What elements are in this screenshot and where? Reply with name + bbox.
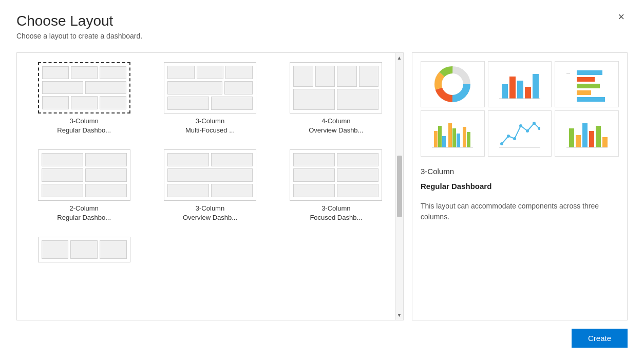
scroll-up-button[interactable]: ▲ <box>395 53 404 63</box>
thumb-cell <box>167 153 209 166</box>
scrollbar[interactable]: ▲ ▼ <box>395 53 403 320</box>
thumb-cell <box>42 153 83 166</box>
preview-chart-grouped-bar <box>421 110 485 157</box>
preview-chart-donut <box>421 61 485 107</box>
svg-point-28 <box>507 135 510 138</box>
thumb-cell <box>42 96 69 109</box>
svg-rect-21 <box>448 123 452 147</box>
preview-chart-hbar: — <box>555 61 619 107</box>
thumb-cell <box>167 184 209 197</box>
thumb-cell <box>42 168 83 182</box>
svg-rect-19 <box>438 126 442 147</box>
thumb-cell <box>293 89 335 110</box>
create-button[interactable]: Create <box>572 329 628 348</box>
thumb-cell <box>315 66 335 87</box>
thumb-cell <box>42 81 83 94</box>
layout-thumb-2col-regular <box>38 149 130 201</box>
thumb-cell <box>71 66 98 79</box>
thumb-cell <box>42 184 83 197</box>
svg-rect-13 <box>577 77 595 82</box>
header-text: Choose Layout Choose a layout to create … <box>16 12 142 40</box>
thumb-cell <box>293 66 313 87</box>
svg-rect-9 <box>525 87 531 99</box>
svg-rect-24 <box>463 127 466 147</box>
svg-rect-15 <box>577 90 591 95</box>
thumb-cell <box>225 66 253 79</box>
layout-thumb-3col-overview <box>164 149 256 201</box>
layout-thumb-3col-focused <box>290 149 382 201</box>
layout-item-3col-multifocused[interactable]: 3-ColumnMulti-Focused ... <box>151 59 269 138</box>
svg-rect-23 <box>457 134 460 147</box>
thumb-cell <box>70 240 98 259</box>
dialog-body: 3-ColumnRegular Dashbo... <box>16 52 628 320</box>
svg-rect-35 <box>569 128 574 147</box>
svg-rect-25 <box>467 132 470 147</box>
svg-point-30 <box>519 124 522 127</box>
layout-item-4col-overview[interactable]: 4-ColumnOverview Dashb... <box>277 59 395 138</box>
preview-chart-multibar <box>555 110 619 157</box>
thumb-cell <box>167 97 209 110</box>
preview-panel: — <box>412 52 628 320</box>
dialog-title: Choose Layout <box>16 12 142 30</box>
thumb-cell <box>293 168 335 182</box>
dialog-subtitle: Choose a layout to create a dashboard. <box>16 32 142 40</box>
svg-rect-22 <box>452 128 456 147</box>
layout-label-4col-overview: 4-ColumnOverview Dashb... <box>309 117 363 135</box>
svg-rect-16 <box>577 97 605 102</box>
thumb-cell <box>337 66 357 87</box>
thumb-cell <box>85 153 127 166</box>
layout-thumb-3col-multifocused <box>164 62 256 113</box>
svg-rect-36 <box>576 135 581 147</box>
thumb-cell <box>293 184 335 197</box>
svg-rect-10 <box>533 74 539 99</box>
thumb-cell <box>85 184 127 197</box>
svg-text:—: — <box>566 71 570 75</box>
thumb-cell <box>167 66 195 79</box>
thumb-cell <box>293 153 335 166</box>
thumb-cell <box>211 153 253 166</box>
thumb-cell <box>85 81 126 94</box>
layout-list-container: 3-ColumnRegular Dashbo... <box>16 52 404 320</box>
svg-point-29 <box>513 137 516 140</box>
thumb-cell <box>337 168 378 182</box>
svg-rect-12 <box>577 70 602 75</box>
layout-label-3col-focused: 3-ColumnFocused Dashb... <box>310 204 362 222</box>
thumb-cell <box>211 97 253 110</box>
layout-label-2col-regular: 2-ColumnRegular Dashbo... <box>57 204 111 222</box>
layout-item-partial[interactable] <box>25 234 143 269</box>
svg-rect-14 <box>577 84 600 88</box>
scroll-thumb <box>397 156 402 217</box>
svg-rect-37 <box>582 123 588 147</box>
thumb-cell <box>337 89 378 110</box>
svg-rect-39 <box>596 126 601 147</box>
thumb-cell <box>337 184 378 197</box>
dialog-footer: Create <box>16 320 628 348</box>
layout-item-3col-regular[interactable]: 3-ColumnRegular Dashbo... <box>25 59 143 138</box>
thumb-cell <box>71 96 98 109</box>
thumb-cell <box>211 184 253 197</box>
svg-point-32 <box>533 122 536 125</box>
thumb-cell <box>337 153 378 166</box>
thumb-cell <box>85 168 127 182</box>
layout-item-2col-regular[interactable]: 2-ColumnRegular Dashbo... <box>25 146 143 225</box>
svg-point-27 <box>500 142 503 145</box>
preview-layout-name: Regular Dashboard <box>421 182 619 191</box>
layout-thumb-4col-overview <box>290 62 382 113</box>
layout-item-3col-overview[interactable]: 3-ColumnOverview Dashb... <box>151 146 269 225</box>
layout-label-3col-regular: 3-ColumnRegular Dashbo... <box>57 117 111 135</box>
svg-rect-40 <box>602 137 608 147</box>
close-button[interactable]: × <box>615 10 628 24</box>
preview-layout-type: 3-Column <box>421 167 619 176</box>
thumb-cell <box>100 240 127 259</box>
thumb-cell <box>197 66 224 79</box>
layout-item-3col-focused[interactable]: 3-ColumnFocused Dashb... <box>277 146 395 225</box>
preview-charts: — <box>421 61 619 157</box>
svg-point-31 <box>526 129 529 132</box>
thumb-cell <box>224 81 253 94</box>
scroll-down-button[interactable]: ▼ <box>395 310 404 320</box>
thumb-cell <box>42 240 69 259</box>
svg-rect-8 <box>517 81 523 99</box>
layout-list: 3-ColumnRegular Dashbo... <box>17 53 403 320</box>
thumb-cell <box>42 66 69 79</box>
choose-layout-dialog: Choose Layout Choose a layout to create … <box>0 0 644 360</box>
